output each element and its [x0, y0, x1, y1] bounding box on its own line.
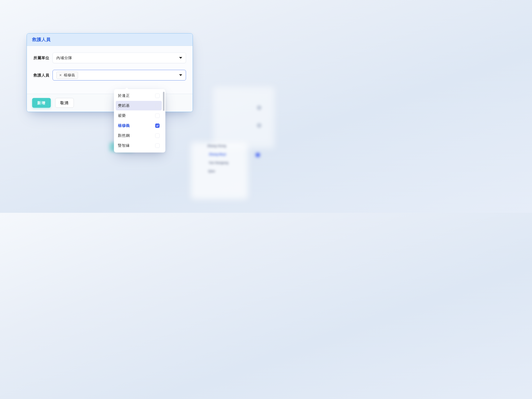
dropdown-item-label: 翟榮: [118, 113, 126, 118]
unit-select-value: 內埔分隊: [56, 55, 72, 61]
dropdown-item[interactable]: 暨智緣: [116, 141, 162, 150]
background-panel-blur-2: [191, 142, 248, 200]
caret-down-icon: [179, 74, 182, 76]
personnel-multiselect[interactable]: ✕ 楊穆義: [52, 70, 186, 81]
chip-remove-icon[interactable]: ✕: [59, 73, 62, 77]
background-text-blur: Zhang Xiong: [207, 144, 226, 148]
scrollbar-thumb[interactable]: [163, 92, 165, 111]
modal-title: 救護人員: [32, 37, 187, 43]
checkbox-icon[interactable]: [155, 133, 160, 138]
background-dot: [257, 123, 262, 128]
checkbox-icon[interactable]: [155, 94, 160, 98]
background-check-blur: [256, 153, 260, 157]
background-text-blur: Qian: [208, 169, 215, 173]
unit-label: 所屬單位: [33, 55, 52, 61]
cancel-button[interactable]: 取消: [55, 98, 74, 108]
background-panel-blur: [213, 86, 275, 149]
cancel-button-label: 取消: [60, 101, 69, 106]
dropdown-item-label: 顏然鋼: [118, 133, 130, 138]
personnel-label: 救護人員: [33, 73, 52, 78]
dropdown-scroll[interactable]: 於逢正樊韜基翟榮楊穆義顏然鋼暨智緣: [116, 91, 165, 151]
background-dot: [257, 105, 262, 110]
checkbox-checked-icon[interactable]: [155, 123, 160, 128]
dropdown-item[interactable]: 於逢正: [116, 91, 162, 101]
caret-down-icon: [179, 57, 182, 59]
checkbox-icon[interactable]: [155, 143, 160, 148]
unit-row: 所屬單位 內埔分隊: [33, 52, 186, 63]
personnel-modal: 救護人員 所屬單位 內埔分隊 救護人員 ✕ 楊穆義 新增 取消: [27, 33, 193, 112]
personnel-chip[interactable]: ✕ 楊穆義: [56, 72, 78, 79]
background-text-blur: Zhang Muyi: [209, 152, 226, 156]
dropdown-item-label: 暨智緣: [118, 143, 130, 148]
dropdown-item-label: 楊穆義: [118, 123, 130, 128]
checkbox-icon[interactable]: [155, 114, 160, 118]
add-button-label: 新增: [37, 101, 46, 106]
modal-body: 所屬單位 內埔分隊 救護人員 ✕ 楊穆義: [27, 46, 193, 94]
modal-header: 救護人員: [27, 33, 193, 46]
personnel-row: 救護人員 ✕ 楊穆義: [33, 70, 186, 81]
dropdown-item-label: 樊韜基: [118, 103, 130, 108]
dropdown-item[interactable]: 顏然鋼: [116, 131, 162, 140]
add-button[interactable]: 新增: [32, 98, 51, 108]
background-text-blur: Yan Hangang: [209, 161, 228, 165]
checkbox-icon[interactable]: [155, 103, 160, 108]
modal-footer: 新增 取消: [27, 94, 193, 112]
chip-label: 楊穆義: [64, 73, 75, 78]
dropdown-item-label: 於逢正: [118, 93, 130, 98]
dropdown-item[interactable]: 楊穆義: [116, 121, 162, 130]
personnel-dropdown: 於逢正樊韜基翟榮楊穆義顏然鋼暨智緣: [114, 89, 165, 152]
unit-select[interactable]: 內埔分隊: [52, 52, 186, 63]
dropdown-item[interactable]: 樊韜基: [116, 101, 162, 110]
dropdown-item[interactable]: 翟榮: [116, 111, 162, 120]
